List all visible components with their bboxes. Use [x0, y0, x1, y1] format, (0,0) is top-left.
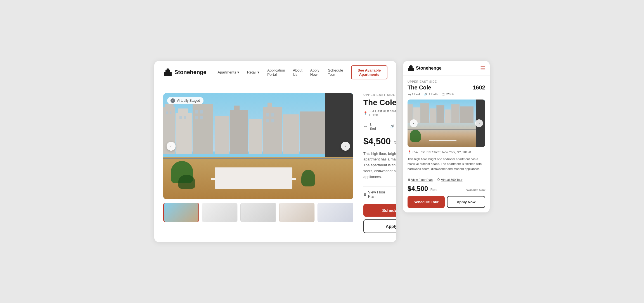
mobile-spec-sqft: ⬚ 720 ft²	[442, 93, 454, 96]
svg-rect-26	[271, 113, 274, 116]
detail-section: UPPER EAST SIDE The Cole 1602 📍 354 East…	[353, 93, 396, 233]
mobile-floor-plan-icon: ⊞	[408, 178, 410, 181]
thumbnails	[163, 203, 353, 222]
mobile-schedule-tour-button[interactable]: Schedule Tour	[408, 196, 445, 208]
navbar: Stonehenge Apartments ▾ Retail ▾ Applica…	[154, 61, 396, 84]
mobile-spec-baths: 🚿 1 Bath	[424, 93, 438, 96]
see-available-apartments-button[interactable]: See Available Apartments	[351, 65, 387, 79]
mobile-carousel-next-button[interactable]: ›	[475, 119, 483, 127]
mobile-carousel-prev-button[interactable]: ‹	[410, 119, 418, 127]
thumbnail-2[interactable]	[202, 203, 238, 222]
svg-rect-15	[283, 114, 299, 154]
mobile-image-container: ‹ ›	[408, 100, 485, 147]
mobile-pin-icon: 📍	[408, 150, 411, 154]
property-description: This high floor, bright one bedroom apar…	[363, 151, 396, 180]
mobile-brand-name: Stonehenge	[416, 66, 442, 71]
thumbnail-5[interactable]	[318, 203, 353, 222]
thumb-img-2	[202, 203, 237, 222]
svg-rect-24	[200, 116, 203, 119]
thumbnail-4[interactable]	[279, 203, 315, 222]
nav-application-portal[interactable]: Application Portal	[267, 68, 285, 77]
image-section: ✓ Virtually Staged ‹ ›	[163, 93, 353, 233]
pricing-row: $4,500 Rent Available Now	[363, 136, 396, 146]
svg-rect-11	[234, 105, 240, 113]
svg-rect-39	[460, 106, 473, 123]
mobile-address: 📍 354 East 91st Street, New York, NY, 10…	[408, 150, 485, 154]
nav-schedule-tour[interactable]: Schedule Tour	[328, 68, 343, 77]
mobile-sqft-icon: ⬚	[442, 93, 444, 96]
mobile-logo[interactable]: Stonehenge	[408, 65, 442, 72]
mobile-property-header: The Cole 1602	[408, 84, 485, 91]
thumb-img-1	[164, 203, 198, 222]
terrace-scene	[163, 93, 353, 199]
thumb-img-4	[280, 203, 314, 222]
property-specs: 🛏 1 Bed 🚿 1 Bath ⬚ 720 ft²	[363, 122, 396, 131]
mobile-availability: Available Now	[466, 188, 485, 191]
neighborhood: UPPER EAST SIDE	[363, 93, 396, 96]
mobile-property-name: The Cole	[408, 84, 431, 91]
svg-rect-16	[300, 111, 325, 154]
address: 📍 354 East 91st Street, New York, NY, 10…	[363, 109, 396, 117]
mobile-apply-now-button[interactable]: Apply Now	[447, 196, 485, 208]
mobile-price-label: Rent	[430, 188, 437, 192]
mobile-navbar: Stonehenge ☰	[403, 61, 490, 76]
nav-apply-now[interactable]: Apply Now	[310, 68, 320, 77]
mobile-virtual-tour-link[interactable]: ⬡ Virtual 360 Tour	[437, 178, 463, 181]
mobile-price: $4,500	[408, 185, 428, 192]
carousel-prev-button[interactable]: ‹	[167, 142, 176, 151]
brand-name: Stonehenge	[174, 69, 206, 75]
logo[interactable]: Stonehenge	[163, 68, 206, 77]
mobile-360-icon: ⬡	[437, 178, 440, 181]
nav-retail[interactable]: Retail ▾	[247, 70, 259, 74]
svg-rect-38	[451, 104, 460, 123]
svg-rect-36	[436, 105, 444, 123]
svg-rect-27	[266, 119, 269, 122]
carousel-next-button[interactable]: ›	[341, 142, 350, 151]
mobile-logo-icon	[408, 65, 414, 72]
main-image-container: ✓ Virtually Staged ‹ ›	[163, 93, 353, 199]
thumbnail-3[interactable]	[240, 203, 276, 222]
nav-apartments[interactable]: Apartments ▾	[217, 70, 239, 74]
svg-rect-18	[170, 111, 171, 113]
svg-rect-4	[165, 104, 174, 113]
floor-plan-icon: ⊞	[363, 192, 366, 197]
mobile-scene	[408, 100, 485, 147]
view-floor-plan-link[interactable]: ⊞ View Floor Plan	[363, 190, 393, 198]
location-pin-icon: 📍	[363, 111, 368, 115]
mobile-specs: 🛏 1 Bed 🚿 1 Bath ⬚ 720 ft²	[408, 93, 485, 96]
mobile-view-floor-plan-link[interactable]: ⊞ View Floor Plan	[408, 178, 433, 181]
svg-rect-21	[195, 110, 198, 113]
chevron-down-icon: ▾	[237, 70, 239, 74]
svg-rect-19	[179, 116, 182, 119]
svg-rect-20	[184, 116, 186, 119]
content-area: ✓ Virtually Staged ‹ ›	[154, 84, 396, 242]
table-surface	[215, 167, 293, 189]
svg-rect-37	[445, 109, 451, 123]
property-name: The Cole	[363, 98, 396, 107]
price-label: Rent	[394, 141, 396, 145]
plant-right	[301, 170, 315, 186]
thumb-img-5	[318, 203, 353, 222]
thumbnail-1[interactable]	[163, 203, 199, 222]
svg-rect-35	[430, 108, 436, 123]
nav-links: Apartments ▾ Retail ▾ Application Portal…	[217, 65, 387, 79]
chevron-down-icon: ▾	[257, 70, 259, 74]
bath-icon: 🚿	[390, 124, 394, 129]
schedule-tour-button[interactable]: Schedule Tour	[363, 204, 396, 217]
mobile-card: Stonehenge ☰ UPPER EAST SIDE The Cole 16…	[403, 61, 490, 213]
svg-rect-14	[267, 103, 272, 110]
mobile-plant	[410, 130, 421, 142]
nav-about-us[interactable]: About Us	[293, 68, 302, 77]
mobile-pricing-row: $4,500 Rent Available Now	[408, 185, 485, 193]
city-skyline	[163, 98, 325, 157]
mobile-bed-icon: 🛏	[408, 93, 411, 96]
svg-rect-12	[249, 119, 262, 154]
hamburger-menu-icon[interactable]: ☰	[480, 65, 485, 72]
check-icon: ✓	[171, 98, 175, 103]
apply-now-button[interactable]: Apply Now	[363, 219, 396, 233]
price: $4,500	[363, 136, 391, 146]
railing	[163, 158, 353, 159]
mobile-bath-icon: 🚿	[424, 93, 428, 96]
svg-rect-25	[266, 113, 269, 116]
spec-baths: 🚿 1 Bath	[390, 122, 396, 131]
